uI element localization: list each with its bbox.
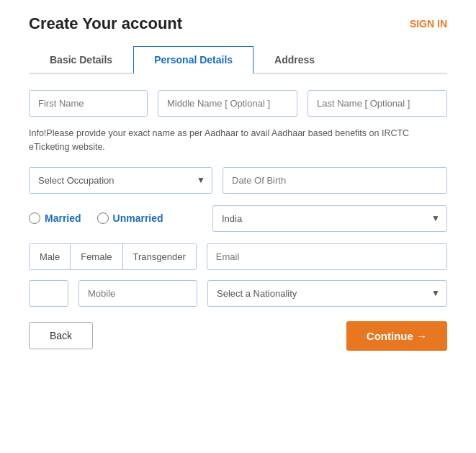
occupation-dob-row: Select Occupation Salaried Self Employed… <box>29 167 447 194</box>
country-code-input[interactable]: 91 <box>29 280 68 307</box>
married-radio-label[interactable]: Married <box>29 212 81 224</box>
country-select-wrapper: India Other ▼ <box>212 205 447 232</box>
action-row: Back Continue → <box>29 321 447 351</box>
email-input[interactable] <box>207 243 447 270</box>
back-button[interactable]: Back <box>29 322 93 349</box>
gender-button-group: Male Female Transgender <box>29 243 197 270</box>
occupation-select-wrapper: Select Occupation Salaried Self Employed… <box>29 167 212 194</box>
gender-email-row: Male Female Transgender <box>29 243 447 270</box>
sign-in-link[interactable]: SIGN IN <box>410 18 447 30</box>
nationality-select-wrapper: Select a Nationality Indian Other ▼ <box>207 280 447 307</box>
tab-personal-details[interactable]: Personal Details <box>133 46 253 74</box>
page-title: Create Your account <box>29 14 182 33</box>
tab-bar: Basic Details Personal Details Address <box>29 46 447 74</box>
dob-input[interactable] <box>223 167 447 194</box>
male-button[interactable]: Male <box>30 244 71 269</box>
unmarried-radio-label[interactable]: Unmarried <box>97 212 163 224</box>
unmarried-label: Unmarried <box>113 212 163 224</box>
mobile-input[interactable] <box>78 280 197 307</box>
marital-country-row: Married Unmarried India Other ▼ <box>29 205 447 232</box>
page-header: Create Your account SIGN IN <box>29 14 447 33</box>
occupation-select[interactable]: Select Occupation Salaried Self Employed… <box>29 167 212 194</box>
tab-basic-details[interactable]: Basic Details <box>29 46 133 74</box>
first-name-input[interactable] <box>29 90 148 117</box>
marital-status-group: Married Unmarried <box>29 212 212 224</box>
continue-button[interactable]: Continue → <box>346 321 447 351</box>
tab-address[interactable]: Address <box>253 46 336 74</box>
mobile-nationality-row: 91 Select a Nationality Indian Other ▼ <box>29 280 447 307</box>
female-button[interactable]: Female <box>71 244 122 269</box>
married-label: Married <box>45 212 81 224</box>
aadhaar-info-text: Info!Please provide your exact name as p… <box>29 127 447 154</box>
nationality-select[interactable]: Select a Nationality Indian Other <box>207 280 447 307</box>
name-row <box>29 90 447 117</box>
country-select[interactable]: India Other <box>212 205 447 232</box>
married-radio[interactable] <box>29 212 40 224</box>
unmarried-radio[interactable] <box>97 212 109 224</box>
middle-name-input[interactable] <box>158 90 297 117</box>
last-name-input[interactable] <box>307 90 447 117</box>
transgender-button[interactable]: Transgender <box>123 244 196 269</box>
